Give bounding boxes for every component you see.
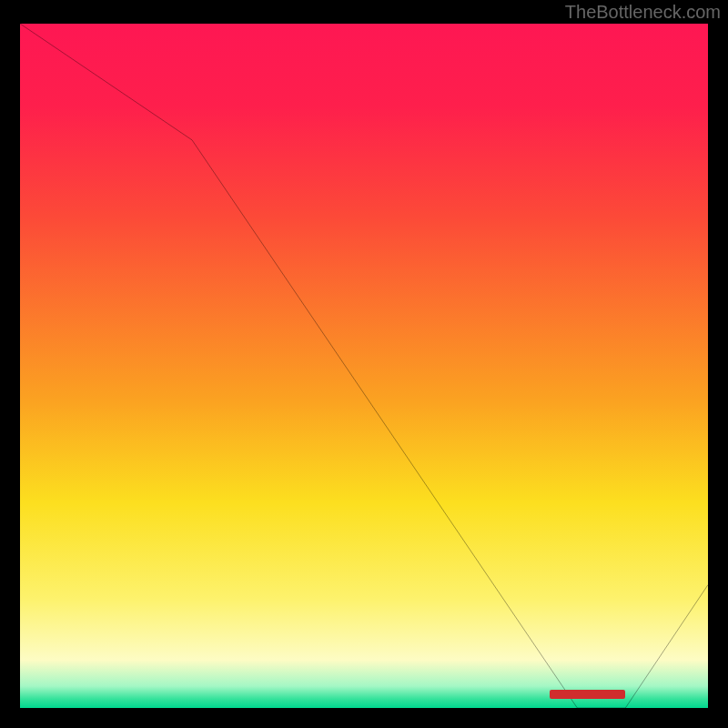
- attribution-text: TheBottleneck.com: [565, 2, 721, 23]
- plot-area: [20, 24, 708, 708]
- chart-frame: TheBottleneck.com: [0, 0, 728, 728]
- ideal-range-marker: [550, 690, 625, 699]
- line-series: [20, 24, 708, 708]
